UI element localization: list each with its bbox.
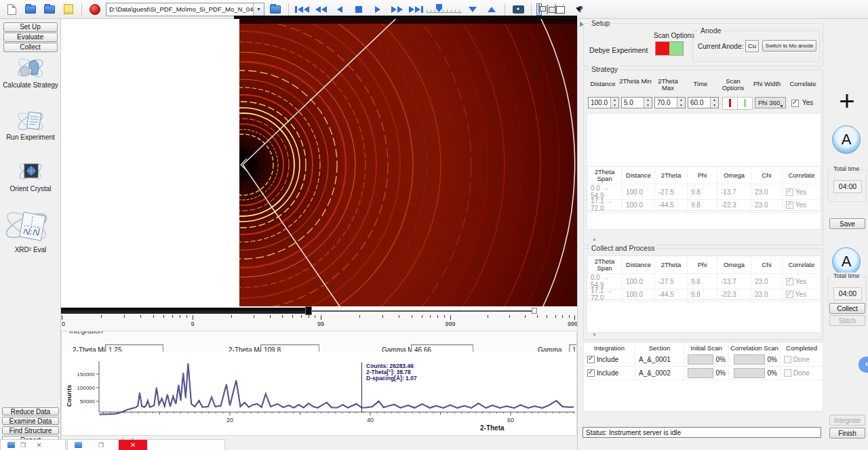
toolbar-separator: [288, 3, 289, 16]
spinner-buttons[interactable]: ▲▼: [644, 98, 652, 108]
sidebar-item-run-experiment[interactable]: Run Experiment: [0, 134, 61, 141]
2theta-max-input[interactable]: 70.0▲▼: [654, 97, 686, 108]
scan-option-green-cell[interactable]: [737, 97, 753, 110]
stop-server-button[interactable]: [87, 1, 103, 18]
strategy-expander-icon[interactable]: ▲: [592, 237, 597, 241]
total-time-value: 04:00: [833, 287, 862, 300]
spinner-buttons[interactable]: ▲▼: [610, 98, 618, 108]
save-button[interactable]: Save: [829, 218, 865, 229]
y-axis-label: Counts: [65, 385, 73, 407]
save-file-button[interactable]: [41, 1, 58, 18]
intensity-max-handle[interactable]: [305, 306, 312, 315]
load-frame-button[interactable]: [267, 1, 283, 18]
table-header-row: 2Theta SpanDistance 2ThetaPhi OmegaChi C…: [587, 167, 821, 184]
open-folder-icon: [25, 5, 36, 14]
spinner-buttons[interactable]: ▲▼: [710, 98, 718, 108]
sidebar-tab-setup[interactable]: Set Up: [3, 22, 58, 32]
strategy-a-badge: A: [832, 125, 861, 154]
first-frame-button[interactable]: [294, 1, 310, 18]
layout-single-button[interactable]: [536, 3, 542, 16]
col-scan-options: Scan Options: [717, 78, 749, 91]
sidebar-tab-collect[interactable]: Collect: [3, 43, 58, 52]
scan-option-red-swatch[interactable]: [655, 41, 670, 56]
context-help-button[interactable]: ?: [572, 1, 589, 18]
progress-bar: [688, 368, 713, 378]
table-row: 17.1 → 72.0100.0 -44.59.8 -22.323.0 Yes: [587, 287, 821, 300]
diffraction-image[interactable]: [239, 19, 577, 306]
add-scan-button[interactable]: +: [834, 88, 860, 115]
spinner-buttons[interactable]: ▲▼: [677, 98, 685, 108]
open-file-button[interactable]: [22, 1, 39, 18]
collect-a-badge: A: [832, 247, 861, 276]
correlate-checkbox[interactable]: [786, 278, 793, 285]
2theta-min-input[interactable]: 5.0▲▼: [621, 97, 652, 108]
phi-width-dropdown[interactable]: Phi 360▼: [755, 97, 786, 108]
sidebar-item-orient-crystal[interactable]: Orient Crystal: [0, 185, 61, 192]
folder-icon: [270, 5, 281, 14]
table-row: Include A_&_0001 0% 0% Done: [584, 353, 823, 367]
time-input[interactable]: 60.0▲▼: [688, 97, 719, 108]
app-icon: [7, 442, 15, 448]
panel-collapse-button[interactable]: ‹: [859, 356, 868, 373]
distance-input[interactable]: 100.0▲▼: [588, 97, 619, 108]
fast-forward-button[interactable]: [389, 1, 405, 18]
previous-frame-button[interactable]: [332, 1, 348, 18]
correlation-scan-cell: 0%: [729, 353, 781, 367]
collect-expander-icon[interactable]: ▲: [592, 331, 597, 336]
scan-option-red-cell[interactable]: [722, 97, 738, 110]
notes-button[interactable]: [60, 1, 77, 18]
frame-path-combobox[interactable]: D:\Data\guest\Si_PDF_Mo\mo_Si_PDF_Mo_N_0…: [106, 3, 264, 16]
toolbar-separator: [81, 3, 82, 16]
reduce-data-button[interactable]: Reduce Data: [2, 407, 59, 415]
done-checkbox[interactable]: [784, 369, 791, 377]
chevron-down-icon[interactable]: ▼: [253, 3, 264, 16]
intensity-upper-handle[interactable]: [532, 308, 537, 314]
rewind-button[interactable]: [313, 1, 329, 18]
powder-pattern-plot[interactable]: 50000100000150000 204060 Counts 2-Theta …: [62, 352, 576, 435]
stop-playback-button[interactable]: [351, 1, 367, 18]
collect-process-group: Collect and Process 2Theta SpanDistance …: [583, 248, 823, 340]
intensity-range-fill: [61, 308, 309, 314]
find-structure-button[interactable]: Find Structure: [2, 426, 59, 434]
zoom-out-button[interactable]: [465, 1, 481, 18]
maximize-icon[interactable]: ❐: [98, 442, 104, 449]
correlate-checkbox[interactable]: [786, 188, 793, 196]
snapshot-button[interactable]: [510, 1, 526, 18]
play-button[interactable]: [370, 1, 386, 18]
collect-button[interactable]: Collect: [829, 303, 865, 314]
correlate-checkbox[interactable]: [786, 291, 793, 298]
sidebar-item-xrd2-eval[interactable]: XRD² Eval: [0, 246, 61, 253]
sidebar-tab-evaluate[interactable]: Evaluate: [3, 33, 58, 42]
stitch-button[interactable]: Stitch: [829, 315, 865, 326]
new-file-button[interactable]: [3, 1, 20, 18]
orient-crystal-icon[interactable]: [16, 159, 45, 184]
close-button[interactable]: ✕: [119, 440, 147, 450]
maximize-icon[interactable]: ❐: [20, 442, 26, 449]
include-checkbox[interactable]: [587, 356, 595, 363]
scale-label: 9: [191, 321, 194, 327]
finish-button[interactable]: Finish: [829, 428, 865, 438]
scan-option-green-swatch[interactable]: [669, 41, 684, 56]
progress-bar: [688, 354, 713, 365]
switch-anode-button[interactable]: Switch to Mo anode: [762, 40, 816, 52]
xrd2-eval-icon[interactable]: [3, 207, 54, 245]
notes-icon: [64, 4, 73, 14]
last-frame-button[interactable]: [408, 1, 424, 18]
intensity-scale-bar[interactable]: 09999999999: [61, 306, 577, 331]
done-checkbox[interactable]: [784, 356, 791, 363]
sidebar-item-calculate-strategy[interactable]: Calculate Strategy: [0, 81, 61, 89]
integrate-button[interactable]: Integrate: [829, 415, 865, 426]
run-experiment-icon[interactable]: [15, 108, 46, 134]
include-checkbox[interactable]: [587, 369, 595, 377]
examine-data-button[interactable]: Examine Data: [2, 417, 59, 425]
correlate-checkbox[interactable]: [786, 201, 793, 209]
row-correlate: Yes: [783, 197, 821, 213]
collect-group-title: Collect and Process: [589, 244, 656, 252]
experiment-type-label: Debye Experiment: [589, 46, 648, 54]
zoom-in-button[interactable]: [484, 1, 500, 18]
done-cell: Done: [781, 367, 823, 380]
close-icon[interactable]: ✕: [37, 442, 42, 449]
calculate-strategy-icon[interactable]: [15, 54, 46, 81]
correlate-checkbox[interactable]: [791, 99, 799, 107]
frame-slider[interactable]: [427, 4, 462, 15]
